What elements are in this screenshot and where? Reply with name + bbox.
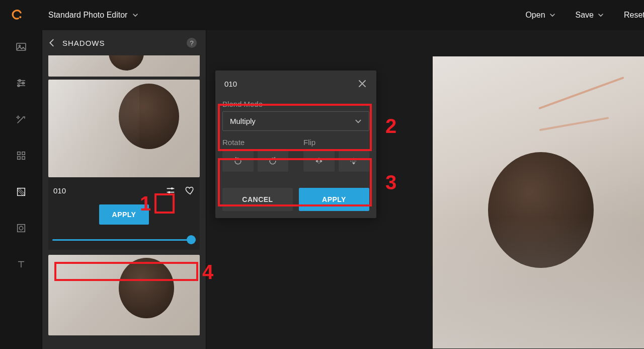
popover-body: Blend Mode Multiply Rotate Flip [215, 97, 376, 181]
flip-vertical-icon [349, 156, 359, 166]
save-label: Save [576, 11, 594, 20]
panel-header: SHADOWS ? [42, 30, 206, 55]
svg-rect-9 [22, 157, 25, 160]
flip-label: Flip [303, 138, 369, 147]
flip-vertical-button[interactable] [339, 151, 370, 172]
rotate-cw-button[interactable] [258, 151, 289, 172]
rail-image-icon[interactable] [15, 40, 28, 53]
open-label: Open [525, 11, 545, 20]
rotate-column: Rotate [222, 138, 288, 172]
svg-point-14 [168, 191, 170, 193]
chevron-down-icon [132, 12, 138, 18]
svg-rect-1 [17, 43, 26, 50]
open-button[interactable]: Open [525, 11, 555, 20]
flip-column: Flip [303, 138, 369, 172]
opacity-slider[interactable] [50, 235, 198, 245]
preset-selected-group: 010 APPLY [48, 80, 200, 250]
rail-vignette-icon[interactable] [15, 222, 28, 235]
preset-thumb-next[interactable] [48, 255, 200, 335]
reset-label: Reset [624, 11, 644, 20]
opacity-slider-row [48, 232, 200, 250]
left-tool-rail [0, 30, 42, 349]
preset-thumb-list: 010 APPLY [42, 55, 206, 349]
slider-knob[interactable] [187, 235, 196, 244]
preset-apply-row: APPLY [48, 200, 200, 232]
rail-overlay-icon[interactable] [15, 185, 28, 198]
rail-wand-icon[interactable] [15, 113, 28, 126]
close-icon[interactable] [357, 79, 367, 89]
popover-actions: CANCEL APPLY [215, 181, 376, 218]
svg-rect-6 [17, 152, 20, 155]
preset-label-row: 010 [48, 177, 200, 200]
sliders-icon [165, 185, 176, 196]
reset-button[interactable]: Reset [624, 11, 644, 20]
rotate-flip-section: Rotate Flip [222, 138, 369, 172]
heart-icon [184, 185, 195, 196]
rotate-ccw-button[interactable] [222, 151, 254, 172]
app-logo-icon [10, 9, 23, 22]
save-button[interactable]: Save [576, 11, 604, 20]
preset-thumb-selected[interactable] [48, 80, 200, 177]
back-chevron-icon[interactable] [46, 37, 57, 48]
preset-settings-popover: 010 Blend Mode Multiply Rotate [215, 71, 376, 218]
slider-track-line [52, 239, 196, 241]
svg-point-13 [171, 187, 173, 189]
top-bar: Standard Photo Editor Open Save Reset [0, 0, 644, 30]
svg-rect-8 [17, 157, 20, 160]
svg-point-0 [19, 16, 21, 18]
preset-id-label: 010 [53, 186, 66, 195]
chevron-down-icon [355, 118, 362, 125]
topbar-right-group: Open Save Reset [525, 0, 644, 30]
flip-horizontal-button[interactable] [303, 151, 335, 172]
popover-title: 010 [224, 80, 237, 88]
chevron-down-icon [598, 12, 604, 18]
preset-settings-button[interactable] [163, 182, 179, 198]
svg-rect-7 [22, 152, 25, 155]
editor-mode-label: Standard Photo Editor [48, 11, 127, 20]
rotate-ccw-icon [233, 156, 243, 166]
rotate-cw-icon [268, 156, 278, 166]
blend-mode-dropdown[interactable]: Multiply [222, 111, 369, 131]
photo-preview[interactable] [433, 56, 644, 348]
blend-mode-label: Blend Mode [222, 100, 369, 108]
blend-mode-value: Multiply [230, 117, 256, 125]
svg-point-12 [19, 226, 23, 230]
rail-text-icon[interactable] [15, 258, 28, 271]
favorite-button[interactable] [183, 183, 197, 197]
popover-header: 010 [215, 71, 376, 97]
rotate-label: Rotate [222, 138, 288, 147]
svg-rect-11 [17, 225, 25, 232]
chevron-down-icon [549, 12, 555, 18]
blend-mode-section: Blend Mode Multiply [222, 100, 369, 131]
popover-apply-button[interactable]: APPLY [299, 188, 369, 211]
rail-grid-icon[interactable] [15, 149, 28, 162]
help-icon[interactable]: ? [187, 38, 197, 48]
preset-thumb-prev[interactable] [48, 55, 200, 77]
editor-mode-dropdown[interactable]: Standard Photo Editor [48, 11, 138, 20]
shadows-panel: SHADOWS ? 010 [42, 30, 206, 349]
rail-sliders-icon[interactable] [15, 77, 28, 90]
preset-apply-button[interactable]: APPLY [99, 204, 149, 225]
popover-cancel-button[interactable]: CANCEL [222, 188, 293, 211]
flip-horizontal-icon [314, 156, 324, 166]
panel-title: SHADOWS [62, 39, 105, 47]
